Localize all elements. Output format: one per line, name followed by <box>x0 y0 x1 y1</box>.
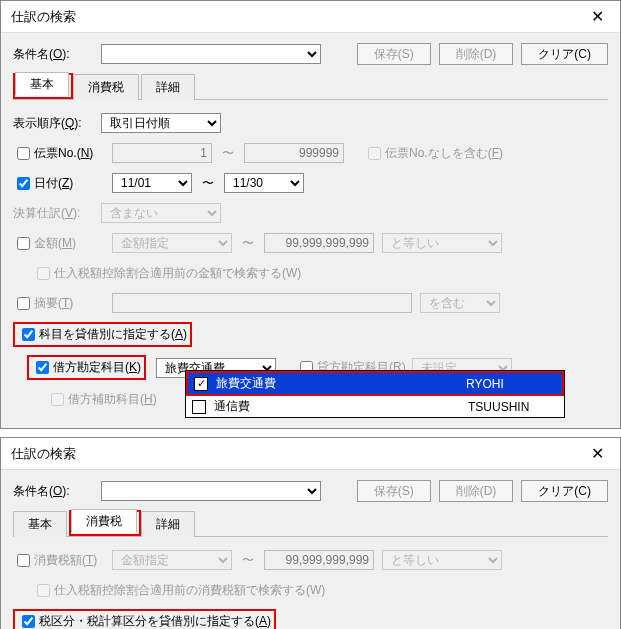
search-dialog-2: 仕訳の検索 ✕ 条件名(O): 保存(S) 削除(D) クリア(C) 基本 消費… <box>0 437 621 629</box>
titlebar: 仕訳の検索 ✕ <box>1 438 620 470</box>
save-button[interactable]: 保存(S) <box>357 43 431 65</box>
taxamt-sub-label: 仕入税額控除割合適用前の消費税額で検索する(W) <box>54 582 325 599</box>
slipno-to[interactable] <box>244 143 344 163</box>
amount-label: 金額(M) <box>34 235 112 252</box>
by-acct-box: 科目を貸借別に指定する(A) <box>13 322 192 347</box>
save-button[interactable]: 保存(S) <box>357 480 431 502</box>
window-title: 仕訳の検索 <box>11 445 76 463</box>
date-label: 日付(Z) <box>34 175 112 192</box>
summary-cond[interactable]: を含む <box>420 293 500 313</box>
tab-tax[interactable]: 消費税 <box>73 74 139 100</box>
include-noslip-label: 伝票No.なしを含む(F) <box>385 145 503 162</box>
checkbox-icon[interactable] <box>192 400 206 414</box>
summary-label: 摘要(T) <box>34 295 112 312</box>
tab-detail[interactable]: 詳細 <box>141 511 195 537</box>
by-tax-label: 税区分・税計算区分を貸借別に指定する(A) <box>39 613 271 629</box>
dr-acct-box: 借方勘定科目(K) <box>27 355 146 380</box>
amount-check[interactable] <box>17 237 30 250</box>
taxamt-val[interactable] <box>264 550 374 570</box>
taxamt-spec[interactable]: 金額指定 <box>112 550 232 570</box>
amount-sub-check[interactable] <box>37 267 50 280</box>
cond-name-combo[interactable] <box>101 44 321 64</box>
closing-label: 決算仕訳(V): <box>13 205 101 222</box>
taxamt-cond[interactable]: と等しい <box>382 550 502 570</box>
order-label: 表示順序(Q): <box>13 115 101 132</box>
clear-button[interactable]: クリア(C) <box>521 480 608 502</box>
list-item[interactable]: 通信費 TSUUSHIN <box>186 396 564 417</box>
date-from[interactable]: 11/01 <box>112 173 192 193</box>
close-icon[interactable]: ✕ <box>585 7 610 26</box>
close-icon[interactable]: ✕ <box>585 444 610 463</box>
titlebar: 仕訳の検索 ✕ <box>1 1 620 33</box>
amount-spec[interactable]: 金額指定 <box>112 233 232 253</box>
cond-name-combo[interactable] <box>101 481 321 501</box>
by-acct-check[interactable] <box>22 328 35 341</box>
tilde: 〜 <box>202 175 214 192</box>
taxamt-label: 消費税額(T) <box>34 552 112 569</box>
tab-detail[interactable]: 詳細 <box>141 74 195 100</box>
date-to[interactable]: 11/30 <box>224 173 304 193</box>
dr-sub-check[interactable] <box>51 393 64 406</box>
by-acct-label: 科目を貸借別に指定する(A) <box>39 326 187 343</box>
slipno-label: 伝票No.(N) <box>34 145 112 162</box>
amount-cond[interactable]: と等しい <box>382 233 502 253</box>
slipno-check[interactable] <box>17 147 30 160</box>
tab-basic[interactable]: 基本 <box>13 511 67 537</box>
by-tax-check[interactable] <box>22 615 35 628</box>
delete-button[interactable]: 削除(D) <box>439 43 514 65</box>
dr-acct-check[interactable] <box>36 361 49 374</box>
closing-combo[interactable]: 含まない <box>101 203 221 223</box>
dr-sub-label: 借方補助科目(H) <box>68 391 157 408</box>
tabs: 基本 消費税 詳細 <box>13 73 608 100</box>
dr-acct-label: 借方勘定科目(K) <box>53 359 141 376</box>
cond-name-label: 条件名(O): <box>13 483 101 500</box>
order-combo[interactable]: 取引日付順 <box>101 113 221 133</box>
window-title: 仕訳の検索 <box>11 8 76 26</box>
search-dialog-1: 仕訳の検索 ✕ 条件名(O): 保存(S) 削除(D) クリア(C) 基本 消費… <box>0 0 621 429</box>
clear-button[interactable]: クリア(C) <box>521 43 608 65</box>
date-check[interactable] <box>17 177 30 190</box>
taxamt-check[interactable] <box>17 554 30 567</box>
cond-name-label: 条件名(O): <box>13 46 101 63</box>
acct-dropdown-list[interactable]: ✓ 旅費交通費 RYOHI 通信費 TSUUSHIN <box>185 370 565 418</box>
summary-input[interactable] <box>112 293 412 313</box>
slipno-from[interactable] <box>112 143 212 163</box>
tab-basic[interactable]: 基本 <box>15 72 69 96</box>
summary-check[interactable] <box>17 297 30 310</box>
tabs: 基本 消費税 詳細 <box>13 510 608 537</box>
delete-button[interactable]: 削除(D) <box>439 480 514 502</box>
list-item[interactable]: ✓ 旅費交通費 RYOHI <box>188 373 562 394</box>
amount-sub-label: 仕入税額控除割合適用前の金額で検索する(W) <box>54 265 301 282</box>
include-noslip-check[interactable] <box>368 147 381 160</box>
checkbox-icon[interactable]: ✓ <box>194 377 208 391</box>
amount-val[interactable] <box>264 233 374 253</box>
tab-tax[interactable]: 消費税 <box>71 509 137 533</box>
by-tax-box: 税区分・税計算区分を貸借別に指定する(A) <box>13 609 276 629</box>
tilde: 〜 <box>222 145 234 162</box>
taxamt-sub-check[interactable] <box>37 584 50 597</box>
